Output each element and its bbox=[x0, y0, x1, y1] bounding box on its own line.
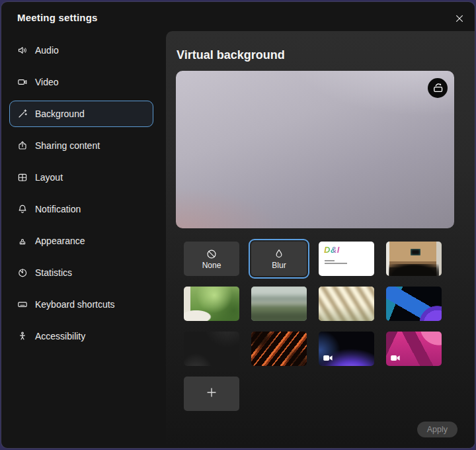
sidebar-item-label: Keyboard shortcuts bbox=[35, 299, 115, 310]
sidebar-item-video[interactable]: Video bbox=[9, 69, 153, 95]
background-option-label: None bbox=[202, 261, 221, 269]
mirror-view-button[interactable] bbox=[428, 78, 448, 98]
panel-title: Virtual background bbox=[177, 48, 285, 62]
background-option-blur[interactable]: Blur bbox=[251, 242, 307, 276]
magic-wand-icon bbox=[17, 109, 28, 119]
sidebar-item-notification[interactable]: Notification bbox=[9, 196, 153, 222]
video-background-badge-icon bbox=[323, 355, 333, 361]
sidebar-item-label: Statistics bbox=[35, 267, 72, 278]
video-background-badge-icon bbox=[391, 355, 400, 361]
close-icon bbox=[454, 13, 465, 24]
plus-icon bbox=[204, 385, 219, 402]
sidebar-item-statistics[interactable]: Statistics bbox=[9, 259, 153, 286]
sidebar-item-label: Accessibility bbox=[35, 331, 85, 341]
sidebar-item-accessibility[interactable]: Accessibility bbox=[9, 323, 153, 349]
dei-logo-caption-lines bbox=[325, 260, 335, 261]
speaker-icon bbox=[17, 45, 28, 56]
virtual-background-panel: Virtual background NoneBlurD&I Apply bbox=[166, 31, 475, 448]
background-option-abstract-blue-shapes[interactable] bbox=[386, 287, 442, 321]
background-option-pink-waves[interactable] bbox=[386, 332, 442, 366]
sidebar-item-label: Video bbox=[35, 77, 59, 87]
background-option-label: Blur bbox=[272, 261, 286, 269]
mirror-view-icon bbox=[432, 81, 444, 95]
brush-icon bbox=[17, 236, 28, 246]
accessibility-icon bbox=[17, 331, 28, 341]
sidebar-item-label: Notification bbox=[35, 204, 81, 214]
sidebar-item-background[interactable]: Background bbox=[9, 101, 153, 127]
bell-icon bbox=[17, 204, 28, 214]
dialog-title: Meeting settings bbox=[17, 12, 98, 23]
sidebar-item-layout[interactable]: Layout bbox=[9, 164, 153, 191]
sidebar-item-label: Sharing content bbox=[35, 140, 100, 151]
camera-icon bbox=[17, 77, 28, 87]
meeting-settings-dialog: Meeting settings AudioVideoBackgroundSha… bbox=[1, 1, 475, 449]
share-icon bbox=[17, 140, 28, 151]
background-option-blurred-mountains[interactable] bbox=[251, 287, 307, 321]
dei-logo-text: D&I bbox=[324, 245, 340, 255]
add-background-button[interactable] bbox=[184, 377, 239, 411]
settings-sidebar: AudioVideoBackgroundSharing contentLayou… bbox=[9, 37, 153, 349]
keyboard-icon bbox=[17, 299, 28, 310]
background-option-patio-garden[interactable] bbox=[184, 287, 239, 321]
sidebar-item-sharing-content[interactable]: Sharing content bbox=[9, 132, 153, 159]
camera-preview bbox=[176, 71, 454, 228]
background-option-dei-logo[interactable]: D&I bbox=[319, 242, 374, 276]
background-option-none[interactable]: None bbox=[184, 242, 239, 276]
apply-button[interactable]: Apply bbox=[417, 422, 457, 437]
background-option-purple-glow[interactable] bbox=[319, 332, 374, 366]
layout-grid-icon bbox=[17, 172, 28, 183]
sidebar-item-keyboard-shortcuts[interactable]: Keyboard shortcuts bbox=[9, 291, 153, 318]
prohibited-icon bbox=[206, 248, 218, 260]
close-button[interactable] bbox=[452, 11, 467, 26]
blur-drop-icon bbox=[273, 248, 285, 260]
sidebar-item-label: Background bbox=[35, 109, 85, 119]
sidebar-item-label: Layout bbox=[35, 172, 63, 183]
background-thumbnail-grid: NoneBlurD&I bbox=[184, 242, 442, 411]
pie-chart-icon bbox=[17, 267, 28, 278]
background-option-dark-smoke[interactable] bbox=[184, 332, 239, 366]
sidebar-item-appearance[interactable]: Appearance bbox=[9, 228, 153, 254]
background-option-office-room[interactable] bbox=[386, 242, 442, 276]
sidebar-item-label: Audio bbox=[35, 45, 59, 56]
background-option-window-light[interactable] bbox=[319, 287, 374, 321]
background-option-lava-marble[interactable] bbox=[251, 332, 307, 366]
sidebar-item-label: Appearance bbox=[35, 236, 85, 246]
sidebar-item-audio[interactable]: Audio bbox=[9, 37, 153, 64]
